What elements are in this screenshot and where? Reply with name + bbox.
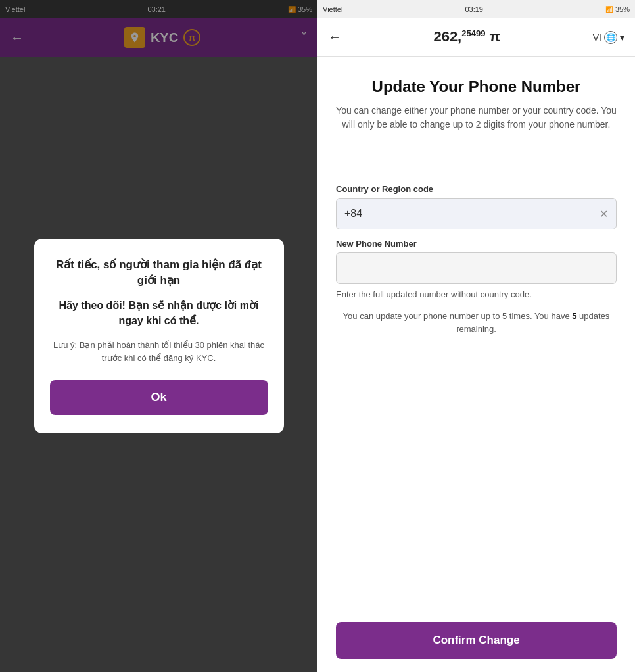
right-panel: Viettel 03:19 📶 35% ← 262,25499 π VI 🌐 ▾… (318, 0, 635, 672)
confirm-change-button[interactable]: Confirm Change (336, 622, 617, 659)
balance-decimal: 25499 (461, 28, 485, 38)
dialog-title: Rất tiếc, số người tham gia hiện đã đạt … (50, 257, 268, 289)
carrier-right: Viettel (323, 5, 342, 13)
header-right: ← 262,25499 π VI 🌐 ▾ (318, 18, 635, 57)
pi-symbol: π (490, 29, 501, 45)
globe-icon: 🌐 (604, 31, 617, 44)
form-section: Country or Region code ✕ New Phone Numbe… (336, 158, 617, 622)
right-content: Update Your Phone Number You can change … (318, 57, 635, 672)
dialog-box: Rất tiếc, số người tham gia hiện đã đạt … (34, 239, 284, 433)
dialog-overlay: Rất tiếc, số người tham gia hiện đã đạt … (0, 0, 318, 672)
clear-country-code-button[interactable]: ✕ (592, 208, 616, 220)
dropdown-arrow: ▾ (620, 32, 624, 43)
status-bar-right: Viettel 03:19 📶 35% (318, 0, 635, 18)
balance-display: 262,25499 π (349, 28, 585, 45)
country-code-label: Country or Region code (336, 184, 617, 194)
back-button-right[interactable]: ← (328, 30, 341, 45)
new-phone-input[interactable] (336, 252, 617, 284)
battery-right: 35% (615, 5, 630, 13)
dialog-note: Lưu ý: Bạn phải hoàn thành tối thiểu 30 … (50, 339, 268, 364)
lang-selector[interactable]: VI 🌐 ▾ (593, 31, 624, 44)
time-right: 03:19 (465, 5, 483, 13)
update-info: You can update your phone number up to 5… (336, 310, 617, 335)
balance-amount: 262, (433, 29, 461, 45)
update-info-prefix: You can update your phone number up to 5… (343, 311, 573, 321)
dialog-subtitle: Hãy theo dõi! Bạn sẽ nhận được lời mời n… (50, 299, 268, 328)
new-phone-label: New Phone Number (336, 239, 617, 249)
country-code-row: ✕ (336, 198, 617, 229)
page-title: Update Your Phone Number (336, 78, 617, 96)
lang-code: VI (593, 32, 601, 43)
status-icons-right: 📶 35% (605, 5, 630, 13)
country-code-input[interactable] (337, 199, 592, 229)
left-panel: Viettel 03:21 📶 35% ← KYC π ˅ Rất tiếc, … (0, 0, 318, 672)
signal-icon-right: 📶 (605, 6, 613, 13)
page-description: You can change either your phone number … (336, 104, 617, 132)
hint-text: Enter the full updated number without co… (336, 289, 617, 299)
ok-button[interactable]: Ok (50, 380, 268, 415)
